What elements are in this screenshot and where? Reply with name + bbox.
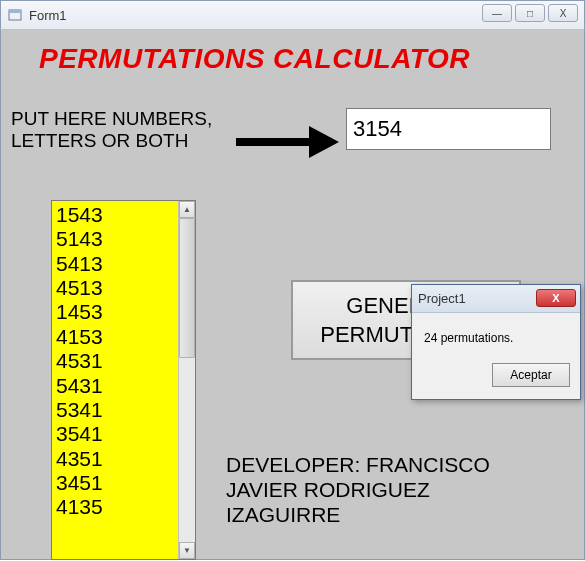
arrow-icon bbox=[231, 122, 341, 166]
close-button[interactable]: X bbox=[548, 4, 578, 22]
list-item[interactable]: 5341 bbox=[56, 398, 174, 422]
page-title: PERMUTATIONS CALCULATOR bbox=[39, 43, 576, 75]
credits-line1: DEVELOPER: FRANCISCO bbox=[226, 453, 490, 476]
list-item[interactable]: 3451 bbox=[56, 471, 174, 495]
scroll-down-button[interactable]: ▼ bbox=[179, 542, 195, 559]
app-icon bbox=[7, 7, 23, 23]
window-title: Form1 bbox=[29, 8, 67, 23]
list-item[interactable]: 1453 bbox=[56, 300, 174, 324]
developer-credits: DEVELOPER: FRANCISCO JAVIER RODRIGUEZ IZ… bbox=[226, 452, 490, 528]
list-item[interactable]: 5143 bbox=[56, 227, 174, 251]
dialog-button-row: Aceptar bbox=[412, 355, 580, 399]
label-line1: PUT HERE NUMBERS, bbox=[11, 108, 212, 129]
input-instruction-label: PUT HERE NUMBERS, LETTERS OR BOTH bbox=[11, 108, 241, 152]
form-body: PERMUTATIONS CALCULATOR PUT HERE NUMBERS… bbox=[0, 30, 585, 560]
list-item[interactable]: 5431 bbox=[56, 374, 174, 398]
list-item[interactable]: 4351 bbox=[56, 447, 174, 471]
listbox-scrollbar[interactable]: ▲ ▼ bbox=[178, 201, 195, 559]
list-item[interactable]: 3541 bbox=[56, 422, 174, 446]
list-item[interactable]: 4513 bbox=[56, 276, 174, 300]
scroll-up-button[interactable]: ▲ bbox=[179, 201, 195, 218]
svg-marker-3 bbox=[309, 126, 339, 158]
maximize-button[interactable]: □ bbox=[515, 4, 545, 22]
list-item[interactable]: 5413 bbox=[56, 252, 174, 276]
credits-line2: JAVIER RODRIGUEZ bbox=[226, 478, 430, 501]
results-listbox[interactable]: 1543514354134513145341534531543153413541… bbox=[51, 200, 196, 560]
permutation-input[interactable] bbox=[346, 108, 551, 150]
svg-rect-1 bbox=[9, 10, 21, 13]
close-icon: X bbox=[552, 292, 559, 304]
dialog-title: Project1 bbox=[418, 291, 466, 306]
window-controls: — □ X bbox=[482, 4, 578, 22]
message-dialog: Project1 X 24 permutations. Aceptar bbox=[411, 284, 581, 400]
main-titlebar: Form1 — □ X bbox=[0, 0, 585, 30]
dialog-titlebar: Project1 X bbox=[412, 285, 580, 313]
list-item[interactable]: 4135 bbox=[56, 495, 174, 519]
dialog-close-button[interactable]: X bbox=[536, 289, 576, 307]
list-item[interactable]: 4153 bbox=[56, 325, 174, 349]
list-item[interactable]: 4531 bbox=[56, 349, 174, 373]
list-item[interactable]: 1543 bbox=[56, 203, 174, 227]
label-line2: LETTERS OR BOTH bbox=[11, 130, 188, 151]
dialog-ok-button[interactable]: Aceptar bbox=[492, 363, 570, 387]
credits-line3: IZAGUIRRE bbox=[226, 503, 340, 526]
scroll-thumb[interactable] bbox=[179, 218, 195, 358]
dialog-message: 24 permutations. bbox=[412, 313, 580, 355]
minimize-button[interactable]: — bbox=[482, 4, 512, 22]
